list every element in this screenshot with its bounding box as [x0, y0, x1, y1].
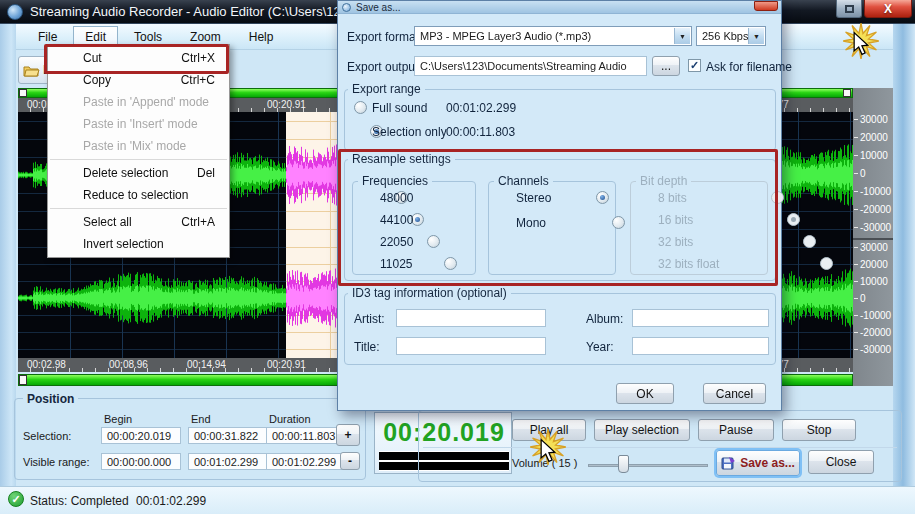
- selection-begin-field[interactable]: 00:00:20.019: [101, 427, 181, 444]
- amplitude-scale-ch1: 30000 20000 10000 0 -10000 -20000 -30000: [853, 112, 893, 238]
- full-sound-radio[interactable]: [354, 101, 367, 114]
- visible-end-field[interactable]: 00:01:02.299: [188, 453, 268, 470]
- edit-menu-popup: Cut Ctrl+X Copy Ctrl+C Paste in 'Append'…: [47, 44, 230, 258]
- selection-duration-field[interactable]: 00:00:11.803: [266, 427, 346, 444]
- bits-16-radio: [787, 213, 800, 226]
- album-label: Album:: [586, 312, 623, 326]
- scale-label: 30000: [860, 242, 888, 253]
- save-as-label: Save as...: [740, 456, 795, 470]
- close-window-button[interactable]: X: [864, 0, 912, 18]
- scale-label: 30000: [860, 114, 888, 125]
- menu-separator: [50, 208, 227, 209]
- menu-help[interactable]: Help: [237, 26, 286, 48]
- bits-32f-radio: [820, 257, 833, 270]
- close-editor-button[interactable]: Close: [808, 450, 874, 474]
- play-selection-button[interactable]: Play selection: [594, 419, 690, 441]
- chevron-down-icon: ▼: [674, 28, 690, 44]
- window-title: Streaming Audio Recorder - Audio Editor …: [30, 4, 348, 19]
- visible-duration-field[interactable]: 00:01:02.299: [266, 453, 346, 470]
- scale-label: -10000: [860, 310, 891, 321]
- selection-handle-right[interactable]: [843, 89, 851, 97]
- scale-label: 20000: [860, 259, 888, 270]
- scale-label: -30000: [860, 222, 891, 233]
- menu-item-select-all[interactable]: Select all Ctrl+A: [48, 211, 229, 233]
- menu-item-label: Paste in 'Insert' mode: [83, 117, 198, 131]
- save-as-dialog: Save as... Export format: MP3 - MPEG Lay…: [337, 0, 782, 411]
- menu-item-label: Reduce to selection: [83, 188, 188, 202]
- dialog-close-button[interactable]: [754, 1, 778, 11]
- zoom-out-button[interactable]: -: [340, 452, 360, 470]
- ruler-label: 00:20.91: [267, 359, 306, 370]
- position-panel: Position Begin End Duration Selection: 0…: [14, 398, 366, 480]
- browse-button[interactable]: ...: [652, 56, 680, 76]
- cancel-button[interactable]: Cancel: [703, 383, 766, 404]
- close-icon: X: [884, 2, 892, 16]
- scale-label: -30000: [860, 344, 891, 355]
- export-format-label: Export format:: [347, 30, 422, 44]
- selection-handle-left[interactable]: [19, 89, 27, 97]
- album-input[interactable]: [632, 309, 769, 327]
- header-duration: Duration: [269, 413, 311, 425]
- amplitude-scale: 30000 20000 10000 0 -10000 -20000 -30000…: [853, 88, 893, 386]
- menu-item-label: Copy: [83, 73, 111, 87]
- menu-item-invert-selection[interactable]: Invert selection: [48, 233, 229, 255]
- selection-end-field[interactable]: 00:00:31.822: [188, 427, 268, 444]
- ask-for-filename-checkbox[interactable]: ✓: [688, 59, 701, 72]
- ruler-label: 00:14.94: [187, 359, 226, 370]
- menu-item-shortcut: Ctrl+A: [181, 215, 215, 229]
- save-as-button[interactable]: Save as...: [716, 450, 800, 476]
- menu-item-reduce-to-selection[interactable]: Reduce to selection: [48, 184, 229, 206]
- year-label: Year:: [586, 340, 614, 354]
- menu-item-label: Select all: [83, 215, 132, 229]
- menu-item-label: Invert selection: [83, 237, 164, 251]
- ok-button[interactable]: OK: [616, 383, 674, 404]
- menu-item-paste-append: Paste in 'Append' mode: [48, 91, 229, 113]
- header-begin: Begin: [104, 413, 132, 425]
- chevron-down-icon: ▼: [748, 28, 764, 44]
- status-time: 00:01:02.299: [136, 494, 206, 508]
- ruler-label: 00:02.98: [27, 359, 66, 370]
- selection-row-label: Selection:: [23, 430, 71, 442]
- dialog-title: Save as...: [356, 2, 400, 13]
- scale-label: 10000: [860, 150, 888, 161]
- scrollbar-thumb[interactable]: [19, 375, 27, 385]
- ruler-label: 00:20.91: [267, 99, 306, 110]
- artist-input[interactable]: [396, 309, 546, 327]
- export-range-title: Export range: [348, 82, 425, 96]
- volume-slider-thumb[interactable]: [618, 455, 629, 473]
- scale-label: -20000: [860, 327, 891, 338]
- bitrate-select[interactable]: 256 Kbps ▼: [696, 26, 766, 46]
- ask-for-filename-label: Ask for filename: [706, 60, 792, 74]
- header-end: End: [191, 413, 211, 425]
- menu-item-delete-selection[interactable]: Delete selection Del: [48, 162, 229, 184]
- artist-label: Artist:: [354, 312, 385, 326]
- volume-slider-track[interactable]: [588, 464, 708, 467]
- save-icon: [721, 456, 736, 470]
- title-input[interactable]: [396, 337, 546, 355]
- export-output-label: Export output:: [347, 60, 422, 74]
- open-folder-icon: [23, 64, 40, 77]
- scale-label: 10000: [860, 276, 888, 287]
- export-range-group: [344, 89, 776, 151]
- export-format-select[interactable]: MP3 - MPEG Layer3 Audio (*.mp3) ▼: [414, 26, 692, 46]
- status-check-icon: ✓: [8, 491, 24, 507]
- stop-button[interactable]: Stop: [782, 419, 856, 441]
- menu-item-label: Paste in 'Append' mode: [83, 95, 209, 109]
- zoom-in-button[interactable]: +: [336, 424, 360, 446]
- id3-title: ID3 tag information (optional): [348, 286, 511, 300]
- play-all-button[interactable]: Play all: [512, 419, 586, 441]
- year-input[interactable]: [632, 337, 769, 355]
- visible-begin-field[interactable]: 00:00:00.000: [101, 453, 181, 470]
- scale-label: 20000: [860, 132, 888, 143]
- pause-button[interactable]: Pause: [698, 419, 774, 441]
- menu-item-paste-insert: Paste in 'Insert' mode: [48, 113, 229, 135]
- menu-item-label: Paste in 'Mix' mode: [83, 139, 186, 153]
- annotation-box-resample: [338, 149, 778, 286]
- scale-label: -20000: [860, 204, 891, 215]
- export-output-input[interactable]: C:\Users\123\Documents\Streaming Audio: [414, 56, 647, 76]
- ruler-label: 00:08.96: [109, 359, 148, 370]
- annotation-box-cut: [44, 44, 229, 74]
- dialog-icon: [342, 3, 351, 12]
- status-text: Status: Completed: [30, 494, 129, 508]
- restore-button[interactable]: [836, 0, 862, 18]
